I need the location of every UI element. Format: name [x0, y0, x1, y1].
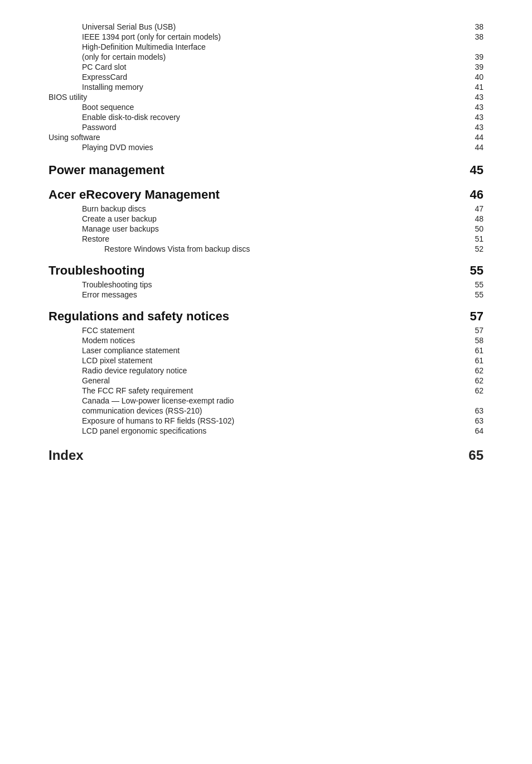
toc-label-installing-memory: Installing memory — [49, 83, 143, 92]
toc-page-manage-user-backups: 50 — [467, 224, 483, 233]
toc-row-usb: Universal Serial Bus (USB) 38 — [49, 22, 483, 31]
toc-page-exposure-rf: 63 — [467, 416, 483, 425]
toc-row-general: General 62 — [49, 376, 483, 385]
toc-page-expresscard: 40 — [467, 73, 483, 81]
toc-row-pccard: PC Card slot 39 — [49, 63, 483, 71]
toc-page-bios-utility: 43 — [467, 93, 483, 102]
toc-page-troubleshooting: 55 — [467, 263, 483, 278]
toc-label-password: Password — [49, 123, 116, 132]
section-heading-power-management: Power management — [49, 163, 165, 177]
toc-page-boot-sequence: 43 — [467, 103, 483, 112]
toc-label-boot-sequence: Boot sequence — [49, 103, 134, 112]
toc-label-restore: Restore — [49, 234, 109, 243]
toc-page-power-management: 45 — [467, 163, 483, 177]
toc-row-restore: Restore 51 — [49, 234, 483, 243]
toc-page-fcc-statement: 57 — [467, 326, 483, 335]
toc-row-boot-sequence: Boot sequence 43 — [49, 103, 483, 112]
toc-page-restore: 51 — [467, 234, 483, 243]
toc-page-hdmi-line2: 39 — [467, 52, 483, 61]
toc-label-canada-line1: Canada — Low-power license-exempt radio — [49, 396, 234, 405]
toc-row-canada-line2: communication devices (RSS-210) 63 — [49, 406, 483, 415]
toc-container: Universal Serial Bus (USB) 38 IEEE 1394 … — [49, 22, 483, 463]
toc-page-fcc-rf-safety: 62 — [467, 386, 483, 395]
toc-row-error-messages: Error messages 55 — [49, 290, 483, 299]
toc-label-troubleshooting-tips: Troubleshooting tips — [49, 280, 152, 289]
toc-row-laser-compliance: Laser compliance statement 61 — [49, 346, 483, 355]
toc-page-pccard: 39 — [467, 63, 483, 71]
section-heading-regulations: Regulations and safety notices — [49, 309, 229, 324]
toc-page-regulations: 57 — [467, 309, 483, 324]
toc-row-expresscard: ExpressCard 40 — [49, 73, 483, 81]
toc-page-create-user-backup: 48 — [467, 214, 483, 223]
section-heading-troubleshooting: Troubleshooting — [49, 263, 144, 278]
toc-row-modem-notices: Modem notices 58 — [49, 336, 483, 345]
toc-page-canada-line2: 63 — [467, 406, 483, 415]
toc-label-hdmi-line2: (only for certain models) — [49, 52, 166, 61]
toc-page-general: 62 — [467, 376, 483, 385]
toc-row-lcd-ergo: LCD panel ergonomic specifications 64 — [49, 426, 483, 435]
toc-page-troubleshooting-tips: 55 — [467, 280, 483, 289]
toc-page-lcd-ergo: 64 — [467, 426, 483, 435]
toc-row-bios-utility: BIOS utility 43 — [49, 93, 483, 102]
toc-label-manage-user-backups: Manage user backups — [49, 224, 159, 233]
toc-row-installing-memory: Installing memory 41 — [49, 83, 483, 92]
toc-page-usb: 38 — [467, 22, 483, 31]
toc-row-canada-line1: Canada — Low-power license-exempt radio — [49, 396, 483, 405]
toc-row-fcc-rf-safety: The FCC RF safety requirement 62 — [49, 386, 483, 395]
toc-label-create-user-backup: Create a user backup — [49, 214, 157, 223]
toc-row-regulations: Regulations and safety notices 57 — [49, 304, 483, 325]
toc-page-laser-compliance: 61 — [467, 346, 483, 355]
toc-row-power-management: Power management 45 — [49, 157, 483, 179]
toc-page-acer-erecovery: 46 — [467, 188, 483, 202]
index-heading: Index — [49, 448, 84, 463]
toc-page-ieee: 38 — [467, 32, 483, 41]
toc-row-hdmi-line1: High-Definition Multimedia Interface — [49, 42, 483, 51]
toc-row-restore-windows: Restore Windows Vista from backup discs … — [49, 244, 483, 253]
toc-label-ieee: IEEE 1394 port (only for certain models) — [49, 32, 221, 41]
toc-row-burn-backup: Burn backup discs 47 — [49, 204, 483, 213]
toc-page-modem-notices: 58 — [467, 336, 483, 345]
toc-label-using-software: Using software — [49, 133, 100, 142]
toc-page-error-messages: 55 — [467, 290, 483, 299]
toc-label-modem-notices: Modem notices — [49, 336, 135, 345]
toc-row-radio-device: Radio device regulatory notice 62 — [49, 366, 483, 375]
toc-row-lcd-pixel: LCD pixel statement 61 — [49, 356, 483, 365]
toc-label-restore-windows: Restore Windows Vista from backup discs — [49, 244, 250, 253]
toc-label-playing-dvd: Playing DVD movies — [49, 143, 153, 152]
toc-page-lcd-pixel: 61 — [467, 356, 483, 365]
toc-label-fcc-statement: FCC statement — [49, 326, 134, 335]
toc-label-fcc-rf-safety: The FCC RF safety requirement — [49, 386, 193, 395]
toc-page-installing-memory: 41 — [467, 83, 483, 92]
toc-label-lcd-pixel: LCD pixel statement — [49, 356, 152, 365]
toc-label-general: General — [49, 376, 110, 385]
toc-row-fcc-statement: FCC statement 57 — [49, 326, 483, 335]
toc-label-bios-utility: BIOS utility — [49, 93, 87, 102]
section-heading-acer-erecovery: Acer eRecovery Management — [49, 188, 220, 202]
toc-label-expresscard: ExpressCard — [49, 73, 127, 81]
toc-label-pccard: PC Card slot — [49, 63, 126, 71]
toc-row-exposure-rf: Exposure of humans to RF fields (RSS-102… — [49, 416, 483, 425]
toc-page-enable-disk: 43 — [467, 113, 483, 122]
toc-row-troubleshooting-tips: Troubleshooting tips 55 — [49, 280, 483, 289]
toc-row-index: Index 65 — [49, 441, 483, 463]
toc-row-using-software: Using software 44 — [49, 133, 483, 142]
toc-label-lcd-ergo: LCD panel ergonomic specifications — [49, 426, 206, 435]
toc-page-password: 43 — [467, 123, 483, 132]
toc-row-troubleshooting: Troubleshooting 55 — [49, 258, 483, 279]
toc-label-enable-disk: Enable disk-to-disk recovery — [49, 113, 180, 122]
toc-label-radio-device: Radio device regulatory notice — [49, 366, 187, 375]
toc-page-index: 65 — [467, 448, 483, 463]
toc-row-ieee: IEEE 1394 port (only for certain models)… — [49, 32, 483, 41]
toc-row-enable-disk: Enable disk-to-disk recovery 43 — [49, 113, 483, 122]
toc-page-using-software: 44 — [467, 133, 483, 142]
toc-page-burn-backup: 47 — [467, 204, 483, 213]
toc-label-exposure-rf: Exposure of humans to RF fields (RSS-102… — [49, 416, 234, 425]
toc-label-usb: Universal Serial Bus (USB) — [49, 22, 176, 31]
toc-page-restore-windows: 52 — [467, 244, 483, 253]
toc-label-laser-compliance: Laser compliance statement — [49, 346, 180, 355]
toc-row-playing-dvd: Playing DVD movies 44 — [49, 143, 483, 152]
toc-row-manage-user-backups: Manage user backups 50 — [49, 224, 483, 233]
toc-page-playing-dvd: 44 — [467, 143, 483, 152]
toc-label-canada-line2: communication devices (RSS-210) — [49, 406, 202, 415]
toc-page-radio-device: 62 — [467, 366, 483, 375]
